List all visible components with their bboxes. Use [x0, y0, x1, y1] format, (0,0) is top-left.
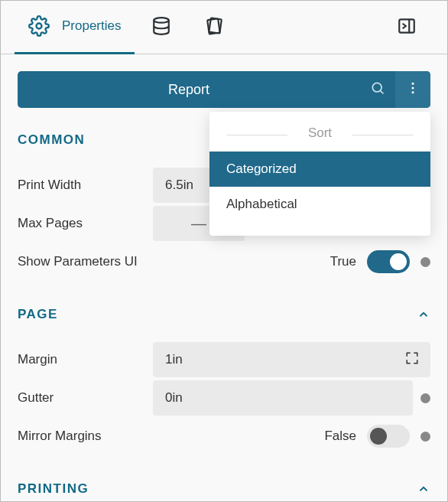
collapse-right-icon	[397, 16, 417, 39]
row-margin: Margin 1in	[18, 341, 430, 379]
report-header-bar: Report	[18, 71, 430, 108]
section-title: PAGE	[18, 307, 58, 322]
svg-point-1	[154, 18, 170, 23]
svg-point-6	[372, 83, 381, 92]
property-indicator[interactable]	[420, 432, 430, 442]
section-title: COMMON	[18, 132, 85, 148]
cards-icon	[205, 16, 225, 39]
mirror-margins-state: False	[324, 429, 356, 444]
svg-point-0	[37, 24, 42, 29]
kebab-icon	[405, 80, 420, 99]
toggle-show-parameters[interactable]	[367, 250, 410, 273]
label-margin: Margin	[18, 351, 144, 369]
section-header-printing[interactable]: PRINTING	[18, 481, 430, 497]
svg-point-9	[412, 87, 414, 90]
svg-line-7	[381, 91, 384, 94]
section-title: PRINTING	[18, 481, 89, 497]
collapse-panel-button[interactable]	[380, 1, 433, 54]
expand-icon	[405, 351, 419, 368]
tab-data[interactable]	[135, 1, 188, 54]
expand-margin-button[interactable]	[394, 342, 430, 377]
sort-dropdown: Sort Categorized Alphabetical	[209, 112, 430, 236]
label-max-pages: Max Pages	[18, 215, 144, 233]
tab-properties[interactable]: Properties	[15, 1, 135, 54]
label-gutter: Gutter	[18, 390, 144, 407]
property-indicator[interactable]	[420, 257, 430, 267]
gear-icon	[28, 15, 50, 37]
sort-option-categorized[interactable]: Categorized	[209, 152, 430, 187]
row-show-parameters: Show Parameters UI True	[18, 243, 430, 281]
label-print-width: Print Width	[18, 177, 144, 194]
show-parameters-state: True	[330, 254, 356, 269]
row-gutter: Gutter	[18, 379, 430, 417]
svg-point-10	[412, 91, 414, 93]
input-gutter[interactable]	[153, 380, 413, 416]
property-indicator[interactable]	[420, 393, 430, 403]
svg-point-8	[412, 83, 414, 85]
report-search-button[interactable]	[360, 71, 395, 108]
dropdown-header: Sort	[209, 126, 430, 152]
label-show-parameters: Show Parameters UI	[18, 253, 144, 271]
section-header-page[interactable]: PAGE	[18, 307, 430, 322]
report-menu-button[interactable]	[395, 71, 430, 108]
row-mirror-margins: Mirror Margins False	[18, 417, 430, 455]
database-icon	[151, 16, 171, 39]
search-icon	[370, 80, 385, 99]
report-title: Report	[18, 82, 360, 98]
tab-properties-label: Properties	[62, 18, 121, 34]
label-mirror-margins: Mirror Margins	[18, 428, 144, 445]
chevron-up-icon	[417, 308, 430, 321]
input-margin[interactable]: 1in	[153, 342, 430, 377]
top-nav: Properties	[1, 1, 447, 54]
chevron-up-icon	[417, 482, 430, 496]
tab-theme[interactable]	[188, 1, 242, 54]
toggle-mirror-margins[interactable]	[367, 425, 410, 448]
sort-option-alphabetical[interactable]: Alphabetical	[209, 187, 430, 222]
